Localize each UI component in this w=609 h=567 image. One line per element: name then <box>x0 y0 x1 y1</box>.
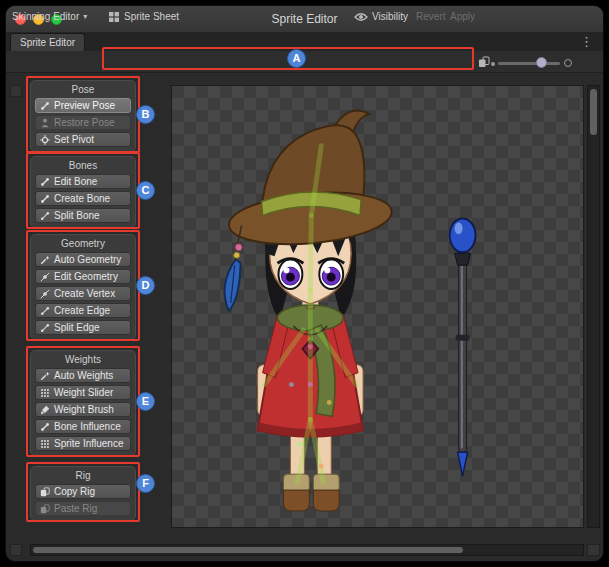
set-pivot-button[interactable]: Set Pivot <box>35 132 131 147</box>
sprite-sheet-label: Sprite Sheet <box>124 11 179 22</box>
annotation-label-c: C <box>136 181 155 200</box>
preview-pose-button[interactable]: Preview Pose <box>35 98 131 113</box>
button-label: Sprite Influence <box>54 438 124 449</box>
rig-panel: Rig Copy Rig Paste Rig <box>30 466 136 521</box>
create-vertex-button[interactable]: Create Vertex <box>35 286 131 301</box>
split-bone-icon <box>40 211 50 221</box>
horizontal-scrollbar[interactable] <box>30 544 584 556</box>
bone-influence-icon <box>40 422 50 432</box>
vertical-scrollbar-thumb[interactable] <box>590 89 597 135</box>
edit-geometry-button[interactable]: Edit Geometry <box>35 269 131 284</box>
rgb-alpha-toggle-icon[interactable] <box>478 56 490 68</box>
weights-panel-title: Weights <box>35 354 131 365</box>
auto-geometry-button[interactable]: Auto Geometry <box>35 252 131 267</box>
create-bone-icon <box>40 194 50 204</box>
restore-pose-button[interactable]: Restore Pose <box>35 115 131 130</box>
paste-rig-button[interactable]: Paste Rig <box>35 501 131 516</box>
button-label: Split Edge <box>54 322 100 333</box>
button-label: Auto Geometry <box>54 254 121 265</box>
horizontal-scrollbar-thumb[interactable] <box>33 547 463 553</box>
person-icon <box>40 118 50 128</box>
split-bone-button[interactable]: Split Bone <box>35 208 131 223</box>
geometry-panel-title: Geometry <box>35 238 131 249</box>
button-label: Weight Slider <box>54 387 113 398</box>
annotation-label-f: F <box>136 474 155 493</box>
wand-icon <box>40 255 50 265</box>
zoom-slider-handle[interactable] <box>536 57 547 68</box>
split-edge-button[interactable]: Split Edge <box>35 320 131 335</box>
annotation-label-d: D <box>136 276 155 295</box>
sprite-sheet-dropdown[interactable]: Sprite Sheet <box>108 9 179 24</box>
sprite-editor-window: Sprite Editor Sprite Editor ⋮ Skinning E… <box>5 5 604 562</box>
tab-sprite-editor[interactable]: Sprite Editor <box>10 33 85 51</box>
bones-panel-title: Bones <box>35 160 131 171</box>
button-label: Restore Pose <box>54 117 115 128</box>
geometry-panel: Geometry Auto Geometry Edit Geometry Cre… <box>30 234 136 340</box>
create-bone-button[interactable]: Create Bone <box>35 191 131 206</box>
button-label: Bone Influence <box>54 421 121 432</box>
weight-brush-button[interactable]: Weight Brush <box>35 402 131 417</box>
revert-button[interactable]: Revert <box>416 9 445 24</box>
staff-sprite <box>450 218 476 476</box>
weight-slider-button[interactable]: Weight Slider <box>35 385 131 400</box>
vertex-icon <box>40 289 50 299</box>
pivot-icon <box>40 135 50 145</box>
visibility-label: Visibility <box>372 11 408 22</box>
split-edge-icon <box>40 323 50 333</box>
pose-panel: Pose Preview Pose Restore Pose Set Pivot <box>30 80 136 152</box>
edit-bone-button[interactable]: Edit Bone <box>35 174 131 189</box>
button-label: Edit Geometry <box>54 271 118 282</box>
feather-charm <box>225 225 243 311</box>
overflow-menu-icon[interactable]: ⋮ <box>580 32 593 51</box>
scroll-corner-top-left <box>10 85 22 97</box>
bone-influence-button[interactable]: Bone Influence <box>35 419 131 434</box>
copy-icon <box>40 487 50 497</box>
auto-weights-button[interactable]: Auto Weights <box>35 368 131 383</box>
chevron-down-icon: ▾ <box>83 12 87 21</box>
eye-icon <box>354 12 368 22</box>
skinning-editor-dropdown[interactable]: Skinning Editor ▾ <box>12 9 87 24</box>
annotation-label-e: E <box>136 392 155 411</box>
edge-icon <box>40 306 50 316</box>
visibility-button[interactable]: Visibility <box>354 9 408 24</box>
scroll-corner-bottom-left <box>10 544 22 556</box>
button-label: Paste Rig <box>54 503 97 514</box>
window-title: Sprite Editor <box>6 6 603 32</box>
character-sprite <box>172 86 583 527</box>
rig-panel-title: Rig <box>35 470 131 481</box>
annotation-label-b: B <box>136 105 155 124</box>
button-label: Weight Brush <box>54 404 114 415</box>
sprite-sheet-icon <box>108 11 120 23</box>
brush-icon <box>40 405 50 415</box>
zoom-slider[interactable] <box>498 62 560 65</box>
paste-icon <box>40 504 50 514</box>
button-label: Copy Rig <box>54 486 95 497</box>
button-label: Set Pivot <box>54 134 94 145</box>
weights-panel: Weights Auto Weights Weight Slider Weigh… <box>30 350 136 456</box>
button-label: Split Bone <box>54 210 100 221</box>
button-label: Auto Weights <box>54 370 113 381</box>
button-label: Create Edge <box>54 305 110 316</box>
zoom-out-icon[interactable] <box>491 62 495 66</box>
create-edge-button[interactable]: Create Edge <box>35 303 131 318</box>
sprite-influence-icon <box>40 439 50 449</box>
bones-panel: Bones Edit Bone Create Bone Split Bone <box>30 156 136 228</box>
tab-strip: Sprite Editor ⋮ <box>6 32 603 51</box>
vertical-scrollbar[interactable] <box>587 85 600 528</box>
bone-icon <box>40 101 50 111</box>
apply-button[interactable]: Apply <box>450 9 475 24</box>
copy-rig-button[interactable]: Copy Rig <box>35 484 131 499</box>
zoom-in-icon[interactable] <box>564 59 572 67</box>
skinning-editor-label: Skinning Editor <box>12 11 79 22</box>
sprite-influence-button[interactable]: Sprite Influence <box>35 436 131 451</box>
revert-label: Revert <box>416 11 445 22</box>
button-label: Create Vertex <box>54 288 115 299</box>
screen: Sprite Editor Sprite Editor ⋮ Skinning E… <box>0 0 609 567</box>
button-label: Create Bone <box>54 193 110 204</box>
sprite-canvas[interactable] <box>171 85 584 528</box>
titlebar[interactable]: Sprite Editor <box>6 6 603 33</box>
weight-slider-icon <box>40 388 50 398</box>
button-label: Edit Bone <box>54 176 97 187</box>
edit-geometry-icon <box>40 272 50 282</box>
edit-bone-icon <box>40 177 50 187</box>
